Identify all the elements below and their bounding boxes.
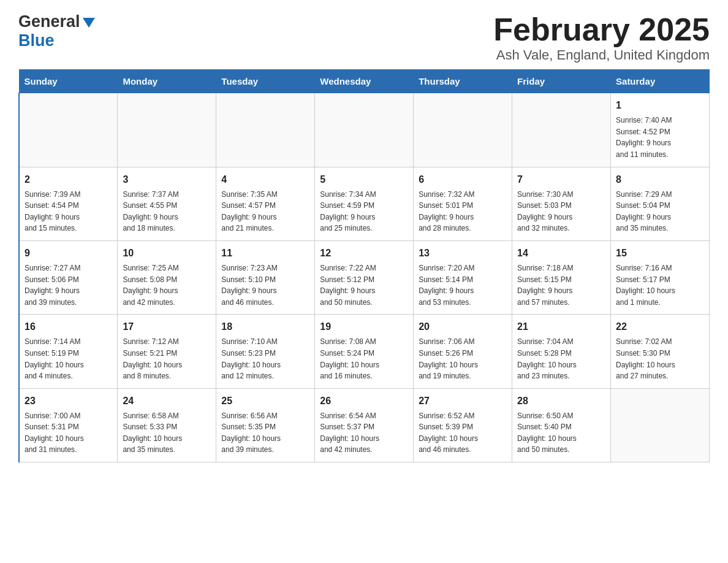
day-number: 11 [221, 246, 309, 261]
table-row: 27Sunrise: 6:52 AM Sunset: 5:39 PM Dayli… [414, 388, 512, 462]
day-info: Sunrise: 6:58 AM Sunset: 5:33 PM Dayligh… [123, 410, 211, 456]
table-row: 10Sunrise: 7:25 AM Sunset: 5:08 PM Dayli… [118, 240, 216, 314]
day-info: Sunrise: 7:18 AM Sunset: 5:15 PM Dayligh… [517, 262, 605, 308]
table-row: 23Sunrise: 7:00 AM Sunset: 5:31 PM Dayli… [19, 388, 118, 462]
table-row: 8Sunrise: 7:29 AM Sunset: 5:04 PM Daylig… [611, 167, 710, 240]
day-info: Sunrise: 7:27 AM Sunset: 5:06 PM Dayligh… [25, 262, 112, 308]
day-number: 7 [517, 172, 605, 187]
day-info: Sunrise: 7:37 AM Sunset: 4:55 PM Dayligh… [123, 189, 211, 234]
day-info: Sunrise: 7:40 AM Sunset: 4:52 PM Dayligh… [616, 115, 704, 160]
table-row: 12Sunrise: 7:22 AM Sunset: 5:12 PM Dayli… [315, 240, 414, 314]
day-number: 15 [616, 246, 704, 261]
day-info: Sunrise: 7:25 AM Sunset: 5:08 PM Dayligh… [123, 262, 211, 308]
calendar-header-row: Sunday Monday Tuesday Wednesday Thursday… [19, 70, 710, 93]
table-row [512, 93, 611, 167]
day-number: 12 [320, 246, 408, 261]
page-subtitle: Ash Vale, England, United Kingdom [493, 47, 710, 63]
day-info: Sunrise: 6:52 AM Sunset: 5:39 PM Dayligh… [419, 410, 507, 456]
day-info: Sunrise: 7:35 AM Sunset: 4:57 PM Dayligh… [221, 189, 309, 234]
day-number: 18 [221, 320, 309, 334]
table-row: 15Sunrise: 7:16 AM Sunset: 5:17 PM Dayli… [611, 240, 710, 314]
day-number: 20 [419, 320, 507, 334]
table-row: 28Sunrise: 6:50 AM Sunset: 5:40 PM Dayli… [512, 388, 611, 462]
logo-general: General [18, 12, 80, 31]
day-info: Sunrise: 7:10 AM Sunset: 5:23 PM Dayligh… [221, 336, 309, 381]
day-number: 16 [25, 320, 112, 334]
table-row: 21Sunrise: 7:04 AM Sunset: 5:28 PM Dayli… [512, 315, 611, 388]
day-number: 24 [123, 394, 211, 408]
day-info: Sunrise: 6:50 AM Sunset: 5:40 PM Dayligh… [517, 410, 605, 456]
day-number: 26 [320, 394, 408, 408]
table-row [118, 93, 216, 167]
col-sunday: Sunday [19, 70, 118, 93]
table-row: 5Sunrise: 7:34 AM Sunset: 4:59 PM Daylig… [315, 167, 414, 240]
day-number: 27 [419, 394, 507, 408]
table-row: 19Sunrise: 7:08 AM Sunset: 5:24 PM Dayli… [315, 315, 414, 388]
title-block: February 2025 Ash Vale, England, United … [493, 12, 710, 63]
day-number: 2 [25, 172, 112, 187]
day-info: Sunrise: 7:20 AM Sunset: 5:14 PM Dayligh… [419, 262, 507, 308]
day-number: 3 [123, 172, 211, 187]
logo-triangle-icon [83, 18, 95, 28]
table-row: 18Sunrise: 7:10 AM Sunset: 5:23 PM Dayli… [216, 315, 315, 388]
table-row: 24Sunrise: 6:58 AM Sunset: 5:33 PM Dayli… [118, 388, 216, 462]
day-info: Sunrise: 7:12 AM Sunset: 5:21 PM Dayligh… [123, 336, 211, 381]
day-number: 14 [517, 246, 605, 261]
day-info: Sunrise: 7:00 AM Sunset: 5:31 PM Dayligh… [25, 410, 112, 456]
day-number: 19 [320, 320, 408, 334]
day-number: 10 [123, 246, 211, 261]
day-info: Sunrise: 7:14 AM Sunset: 5:19 PM Dayligh… [25, 336, 112, 381]
table-row: 26Sunrise: 6:54 AM Sunset: 5:37 PM Dayli… [315, 388, 414, 462]
day-number: 9 [25, 246, 112, 261]
table-row: 9Sunrise: 7:27 AM Sunset: 5:06 PM Daylig… [19, 240, 118, 314]
table-row: 6Sunrise: 7:32 AM Sunset: 5:01 PM Daylig… [414, 167, 512, 240]
col-tuesday: Tuesday [216, 70, 315, 93]
day-info: Sunrise: 7:06 AM Sunset: 5:26 PM Dayligh… [419, 336, 507, 381]
day-info: Sunrise: 7:39 AM Sunset: 4:54 PM Dayligh… [25, 189, 112, 234]
day-info: Sunrise: 6:54 AM Sunset: 5:37 PM Dayligh… [320, 410, 408, 456]
day-number: 17 [123, 320, 211, 334]
day-info: Sunrise: 7:29 AM Sunset: 5:04 PM Dayligh… [616, 189, 704, 234]
day-number: 13 [419, 246, 507, 261]
table-row: 1Sunrise: 7:40 AM Sunset: 4:52 PM Daylig… [611, 93, 710, 167]
table-row: 16Sunrise: 7:14 AM Sunset: 5:19 PM Dayli… [19, 315, 118, 388]
day-info: Sunrise: 7:34 AM Sunset: 4:59 PM Dayligh… [320, 189, 408, 234]
table-row [611, 388, 710, 462]
day-info: Sunrise: 7:23 AM Sunset: 5:10 PM Dayligh… [221, 262, 309, 308]
day-number: 23 [25, 394, 112, 408]
table-row: 25Sunrise: 6:56 AM Sunset: 5:35 PM Dayli… [216, 388, 315, 462]
calendar-week-row: 1Sunrise: 7:40 AM Sunset: 4:52 PM Daylig… [19, 93, 710, 167]
page-title: February 2025 [493, 12, 710, 47]
day-number: 28 [517, 394, 605, 408]
logo-blue: Blue [18, 31, 55, 50]
day-number: 8 [616, 172, 704, 187]
day-info: Sunrise: 7:02 AM Sunset: 5:30 PM Dayligh… [616, 336, 704, 381]
table-row [414, 93, 512, 167]
col-friday: Friday [512, 70, 611, 93]
logo: General Blue [18, 12, 95, 50]
table-row: 3Sunrise: 7:37 AM Sunset: 4:55 PM Daylig… [118, 167, 216, 240]
calendar-week-row: 23Sunrise: 7:00 AM Sunset: 5:31 PM Dayli… [19, 388, 710, 462]
table-row: 22Sunrise: 7:02 AM Sunset: 5:30 PM Dayli… [611, 315, 710, 388]
table-row: 7Sunrise: 7:30 AM Sunset: 5:03 PM Daylig… [512, 167, 611, 240]
table-row: 11Sunrise: 7:23 AM Sunset: 5:10 PM Dayli… [216, 240, 315, 314]
table-row [315, 93, 414, 167]
table-row: 17Sunrise: 7:12 AM Sunset: 5:21 PM Dayli… [118, 315, 216, 388]
table-row [216, 93, 315, 167]
table-row [19, 93, 118, 167]
col-saturday: Saturday [611, 70, 710, 93]
table-row: 14Sunrise: 7:18 AM Sunset: 5:15 PM Dayli… [512, 240, 611, 314]
day-number: 22 [616, 320, 704, 334]
table-row: 2Sunrise: 7:39 AM Sunset: 4:54 PM Daylig… [19, 167, 118, 240]
calendar-week-row: 16Sunrise: 7:14 AM Sunset: 5:19 PM Dayli… [19, 315, 710, 388]
day-info: Sunrise: 7:08 AM Sunset: 5:24 PM Dayligh… [320, 336, 408, 381]
calendar-week-row: 9Sunrise: 7:27 AM Sunset: 5:06 PM Daylig… [19, 240, 710, 314]
day-number: 5 [320, 172, 408, 187]
page-header: General Blue February 2025 Ash Vale, Eng… [18, 12, 710, 63]
day-number: 4 [221, 172, 309, 187]
col-wednesday: Wednesday [315, 70, 414, 93]
day-number: 21 [517, 320, 605, 334]
calendar-week-row: 2Sunrise: 7:39 AM Sunset: 4:54 PM Daylig… [19, 167, 710, 240]
day-info: Sunrise: 7:16 AM Sunset: 5:17 PM Dayligh… [616, 262, 704, 308]
day-number: 6 [419, 172, 507, 187]
